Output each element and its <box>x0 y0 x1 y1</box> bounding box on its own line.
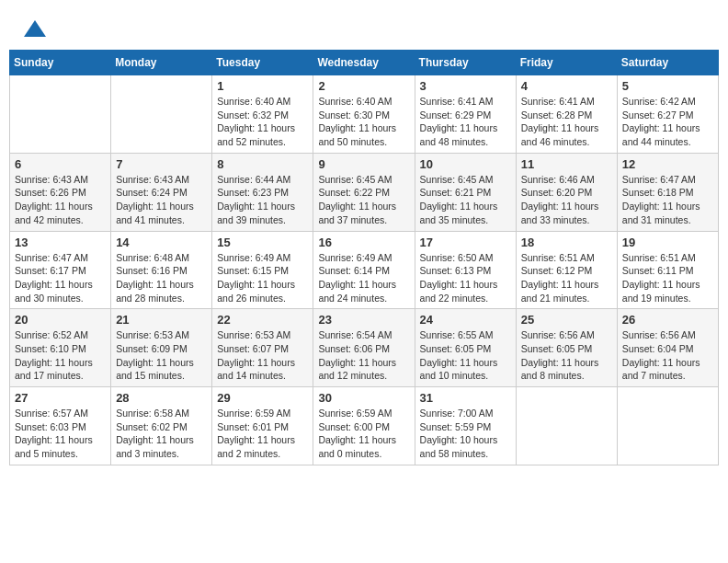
day-number: 29 <box>217 391 308 405</box>
day-detail: Sunrise: 7:00 AMSunset: 5:59 PMDaylight:… <box>420 407 511 461</box>
week-row-2: 6Sunrise: 6:43 AMSunset: 6:26 PMDaylight… <box>10 153 719 231</box>
day-number: 5 <box>622 79 713 93</box>
day-number: 22 <box>217 313 308 327</box>
day-number: 31 <box>420 391 511 405</box>
day-cell: 1Sunrise: 6:40 AMSunset: 6:32 PMDaylight… <box>212 75 313 154</box>
day-cell: 17Sunrise: 6:50 AMSunset: 6:13 PMDayligh… <box>415 231 516 309</box>
day-cell: 12Sunrise: 6:47 AMSunset: 6:18 PMDayligh… <box>617 153 718 231</box>
calendar-table: SundayMondayTuesdayWednesdayThursdayFrid… <box>9 50 719 465</box>
day-detail: Sunrise: 6:59 AMSunset: 6:00 PMDaylight:… <box>318 407 409 461</box>
weekday-header-friday: Friday <box>516 51 617 75</box>
weekday-header-sunday: Sunday <box>10 51 111 75</box>
day-cell: 5Sunrise: 6:42 AMSunset: 6:27 PMDaylight… <box>617 75 718 154</box>
weekday-header-thursday: Thursday <box>415 51 516 75</box>
day-number: 10 <box>420 157 511 171</box>
day-cell: 26Sunrise: 6:56 AMSunset: 6:04 PMDayligh… <box>617 309 718 387</box>
day-cell: 19Sunrise: 6:51 AMSunset: 6:11 PMDayligh… <box>617 231 718 309</box>
day-detail: Sunrise: 6:54 AMSunset: 6:06 PMDaylight:… <box>318 328 409 383</box>
day-detail: Sunrise: 6:40 AMSunset: 6:32 PMDaylight:… <box>217 95 308 149</box>
day-cell: 4Sunrise: 6:41 AMSunset: 6:28 PMDaylight… <box>516 75 617 154</box>
logo-icon <box>22 17 48 42</box>
week-row-5: 27Sunrise: 6:57 AMSunset: 6:03 PMDayligh… <box>10 387 719 465</box>
day-cell: 29Sunrise: 6:59 AMSunset: 6:01 PMDayligh… <box>212 387 313 465</box>
day-number: 26 <box>622 313 713 327</box>
day-cell: 10Sunrise: 6:45 AMSunset: 6:21 PMDayligh… <box>415 153 516 231</box>
day-number: 25 <box>521 313 612 327</box>
day-number: 28 <box>116 391 207 405</box>
day-detail: Sunrise: 6:49 AMSunset: 6:14 PMDaylight:… <box>318 251 409 305</box>
day-detail: Sunrise: 6:47 AMSunset: 6:18 PMDaylight:… <box>622 173 713 227</box>
day-cell: 25Sunrise: 6:56 AMSunset: 6:05 PMDayligh… <box>516 309 617 387</box>
day-detail: Sunrise: 6:42 AMSunset: 6:27 PMDaylight:… <box>622 95 713 149</box>
day-number: 23 <box>318 313 409 327</box>
day-number: 14 <box>116 236 207 249</box>
day-detail: Sunrise: 6:59 AMSunset: 6:01 PMDaylight:… <box>217 407 308 461</box>
day-cell: 14Sunrise: 6:48 AMSunset: 6:16 PMDayligh… <box>111 231 212 309</box>
day-cell: 30Sunrise: 6:59 AMSunset: 6:00 PMDayligh… <box>313 387 415 465</box>
day-detail: Sunrise: 6:55 AMSunset: 6:05 PMDaylight:… <box>420 328 511 383</box>
day-number: 7 <box>116 157 207 171</box>
weekday-header-monday: Monday <box>111 51 212 75</box>
day-number: 3 <box>420 79 511 93</box>
weekday-header-saturday: Saturday <box>617 51 718 75</box>
day-detail: Sunrise: 6:51 AMSunset: 6:11 PMDaylight:… <box>622 251 713 305</box>
day-detail: Sunrise: 6:46 AMSunset: 6:20 PMDaylight:… <box>521 173 612 227</box>
week-row-1: 1Sunrise: 6:40 AMSunset: 6:32 PMDaylight… <box>10 75 719 154</box>
day-number: 17 <box>420 236 511 249</box>
day-number: 18 <box>521 236 612 249</box>
day-cell: 9Sunrise: 6:45 AMSunset: 6:22 PMDaylight… <box>313 153 415 231</box>
day-number: 9 <box>318 157 409 171</box>
day-detail: Sunrise: 6:52 AMSunset: 6:10 PMDaylight:… <box>15 328 106 383</box>
day-detail: Sunrise: 6:47 AMSunset: 6:17 PMDaylight:… <box>15 251 106 305</box>
day-cell: 11Sunrise: 6:46 AMSunset: 6:20 PMDayligh… <box>516 153 617 231</box>
day-cell: 22Sunrise: 6:53 AMSunset: 6:07 PMDayligh… <box>212 309 313 387</box>
day-cell <box>617 387 718 465</box>
day-cell: 24Sunrise: 6:55 AMSunset: 6:05 PMDayligh… <box>415 309 516 387</box>
day-detail: Sunrise: 6:44 AMSunset: 6:23 PMDaylight:… <box>217 173 308 227</box>
day-detail: Sunrise: 6:41 AMSunset: 6:28 PMDaylight:… <box>521 95 612 149</box>
day-detail: Sunrise: 6:49 AMSunset: 6:15 PMDaylight:… <box>217 251 308 305</box>
day-number: 16 <box>318 236 409 249</box>
logo <box>18 17 48 42</box>
day-detail: Sunrise: 6:48 AMSunset: 6:16 PMDaylight:… <box>116 251 207 305</box>
day-detail: Sunrise: 6:56 AMSunset: 6:05 PMDaylight:… <box>521 328 612 383</box>
day-cell: 27Sunrise: 6:57 AMSunset: 6:03 PMDayligh… <box>10 387 111 465</box>
day-number: 27 <box>15 391 106 405</box>
day-detail: Sunrise: 6:43 AMSunset: 6:24 PMDaylight:… <box>116 173 207 227</box>
weekday-header-row: SundayMondayTuesdayWednesdayThursdayFrid… <box>10 51 719 75</box>
day-number: 6 <box>15 157 106 171</box>
day-number: 11 <box>521 157 612 171</box>
day-detail: Sunrise: 6:50 AMSunset: 6:13 PMDaylight:… <box>420 251 511 305</box>
day-number: 8 <box>217 157 308 171</box>
day-cell: 28Sunrise: 6:58 AMSunset: 6:02 PMDayligh… <box>111 387 212 465</box>
day-cell: 16Sunrise: 6:49 AMSunset: 6:14 PMDayligh… <box>313 231 415 309</box>
day-detail: Sunrise: 6:58 AMSunset: 6:02 PMDaylight:… <box>116 407 207 461</box>
week-row-4: 20Sunrise: 6:52 AMSunset: 6:10 PMDayligh… <box>10 309 719 387</box>
day-detail: Sunrise: 6:40 AMSunset: 6:30 PMDaylight:… <box>318 95 409 149</box>
week-row-3: 13Sunrise: 6:47 AMSunset: 6:17 PMDayligh… <box>10 231 719 309</box>
day-detail: Sunrise: 6:45 AMSunset: 6:21 PMDaylight:… <box>420 173 511 227</box>
day-detail: Sunrise: 6:53 AMSunset: 6:07 PMDaylight:… <box>217 328 308 383</box>
day-cell <box>111 75 212 154</box>
day-detail: Sunrise: 6:43 AMSunset: 6:26 PMDaylight:… <box>15 173 106 227</box>
day-detail: Sunrise: 6:53 AMSunset: 6:09 PMDaylight:… <box>116 328 207 383</box>
day-number: 4 <box>521 79 612 93</box>
day-detail: Sunrise: 6:51 AMSunset: 6:12 PMDaylight:… <box>521 251 612 305</box>
day-cell: 20Sunrise: 6:52 AMSunset: 6:10 PMDayligh… <box>10 309 111 387</box>
day-detail: Sunrise: 6:57 AMSunset: 6:03 PMDaylight:… <box>15 407 106 461</box>
svg-marker-0 <box>24 20 46 37</box>
day-number: 19 <box>622 236 713 249</box>
day-number: 15 <box>217 236 308 249</box>
day-cell: 21Sunrise: 6:53 AMSunset: 6:09 PMDayligh… <box>111 309 212 387</box>
day-number: 20 <box>15 313 106 327</box>
day-cell: 6Sunrise: 6:43 AMSunset: 6:26 PMDaylight… <box>10 153 111 231</box>
day-number: 12 <box>622 157 713 171</box>
day-cell: 31Sunrise: 7:00 AMSunset: 5:59 PMDayligh… <box>415 387 516 465</box>
day-cell: 13Sunrise: 6:47 AMSunset: 6:17 PMDayligh… <box>10 231 111 309</box>
day-cell: 8Sunrise: 6:44 AMSunset: 6:23 PMDaylight… <box>212 153 313 231</box>
day-number: 1 <box>217 79 308 93</box>
day-number: 21 <box>116 313 207 327</box>
day-cell: 7Sunrise: 6:43 AMSunset: 6:24 PMDaylight… <box>111 153 212 231</box>
day-detail: Sunrise: 6:41 AMSunset: 6:29 PMDaylight:… <box>420 95 511 149</box>
day-cell: 3Sunrise: 6:41 AMSunset: 6:29 PMDaylight… <box>415 75 516 154</box>
